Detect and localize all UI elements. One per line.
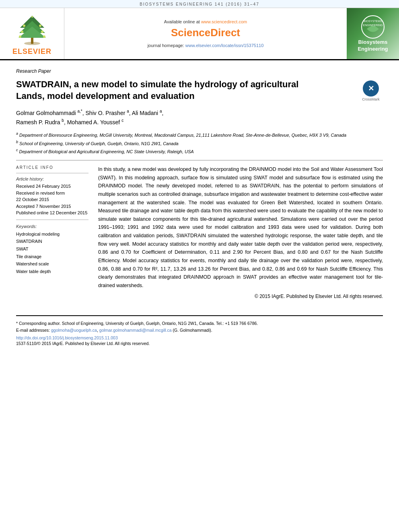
svg-point-11 bbox=[31, 16, 33, 18]
authors: Golmar Golmohammadi a,*, Shiv O. Prasher… bbox=[16, 108, 383, 127]
article-info-title: ARTICLE INFO bbox=[16, 165, 88, 170]
svg-text:BIOSYSTEMS: BIOSYSTEMS bbox=[364, 20, 382, 23]
crossmark-circle: ✕ bbox=[363, 80, 379, 97]
history-revised-date: 22 October 2015 bbox=[16, 196, 88, 203]
separator bbox=[16, 160, 383, 160]
left-column: ARTICLE INFO Article history: Received 2… bbox=[16, 165, 88, 299]
affiliations: a Department of Bioresource Engineering,… bbox=[16, 131, 383, 155]
copyright-line: © 2015 IAgrE. Published by Elsevier Ltd.… bbox=[98, 294, 383, 299]
keyword-3: SWAT bbox=[16, 245, 88, 253]
abstract-text: In this study, a new model was developed… bbox=[98, 165, 383, 290]
history-accepted: Accepted 7 November 2015 bbox=[16, 203, 88, 210]
svg-point-9 bbox=[19, 35, 21, 38]
history-received: Received 24 February 2015 bbox=[16, 183, 88, 190]
biosystems-badge-icon: BIOSYSTEMS ENGINEERING bbox=[361, 15, 385, 39]
section-label: Research Paper bbox=[16, 68, 383, 74]
svg-point-7 bbox=[21, 31, 23, 33]
keyword-6: Water table depth bbox=[16, 268, 88, 275]
sciencedirect-logo: ScienceDirect bbox=[171, 27, 240, 39]
affiliation-b: b School of Engineering, University of G… bbox=[16, 139, 383, 147]
biosystems-title: Biosystems Engineering bbox=[351, 39, 395, 53]
history-revised-label: Received in revised form bbox=[16, 190, 88, 197]
crossmark: ✕ CrossMark bbox=[359, 80, 383, 101]
paper-title: SWATDRAIN, a new model to simulate the h… bbox=[16, 79, 322, 102]
elsevier-logo-area: ELSEVIER bbox=[0, 8, 64, 59]
history-label: Article history: bbox=[16, 177, 88, 181]
svg-point-10 bbox=[43, 35, 45, 38]
svg-point-1 bbox=[24, 42, 40, 45]
history-published: Published online 12 December 2015 bbox=[16, 210, 88, 216]
affiliation-c: c Department of Biological and Agricultu… bbox=[16, 147, 383, 155]
svg-point-6 bbox=[39, 25, 41, 27]
email-link-2[interactable]: golmar.golmohammadi@mail.mcgill.ca bbox=[99, 328, 172, 333]
center-header: Available online at www.sciencedirect.co… bbox=[64, 8, 347, 59]
affiliation-a: a Department of Bioresource Engineering,… bbox=[16, 131, 383, 139]
paper-title-area: SWATDRAIN, a new model to simulate the h… bbox=[16, 79, 383, 102]
journal-url[interactable]: www.elsevier.com/locate/issn/15375110 bbox=[185, 43, 263, 48]
biosystems-badge: BIOSYSTEMS ENGINEERING Biosystems Engine… bbox=[347, 8, 399, 59]
paper-content: Research Paper SWATDRAIN, a new model to… bbox=[0, 60, 399, 307]
footnote-corresponding: * Corresponding author. School of Engine… bbox=[16, 320, 383, 327]
elsevier-label: ELSEVIER bbox=[12, 47, 51, 56]
email-link-1[interactable]: ggolmoha@uoguelph.ca bbox=[51, 328, 97, 333]
crossmark-label: CrossMark bbox=[362, 97, 380, 101]
sciencedirect-url[interactable]: www.sciencedirect.com bbox=[201, 19, 247, 24]
keyword-2: SWATDRAIN bbox=[16, 238, 88, 245]
header: ELSEVIER Available online at www.science… bbox=[0, 8, 399, 60]
doi-link[interactable]: http://dx.doi.org/10.1016/j.biosystemsen… bbox=[16, 335, 383, 340]
right-column: In this study, a new model was developed… bbox=[98, 165, 383, 299]
elsevier-tree-icon bbox=[12, 14, 52, 46]
available-online-text: Available online at www.sciencedirect.co… bbox=[164, 19, 247, 24]
keyword-4: Tile drainage bbox=[16, 253, 88, 261]
journal-homepage: journal homepage: www.elsevier.com/locat… bbox=[148, 43, 264, 48]
footnote-area: * Corresponding author. School of Engine… bbox=[16, 315, 383, 354]
issn-line: 1537-5110/© 2015 IAgrE. Published by Els… bbox=[16, 341, 383, 346]
keywords-label: Keywords: bbox=[16, 224, 88, 229]
keyword-5: Watershed scale bbox=[16, 260, 88, 268]
footnote-email: E-mail addresses: ggolmoha@uoguelph.ca, … bbox=[16, 327, 383, 334]
top-banner: BIOSYSTEMS ENGINEERING 141 (2016) 31–47 bbox=[0, 0, 399, 8]
keyword-1: Hydrological modeling bbox=[16, 230, 88, 238]
two-column-layout: ARTICLE INFO Article history: Received 2… bbox=[16, 165, 383, 299]
svg-point-5 bbox=[23, 25, 25, 27]
svg-point-8 bbox=[41, 31, 43, 33]
